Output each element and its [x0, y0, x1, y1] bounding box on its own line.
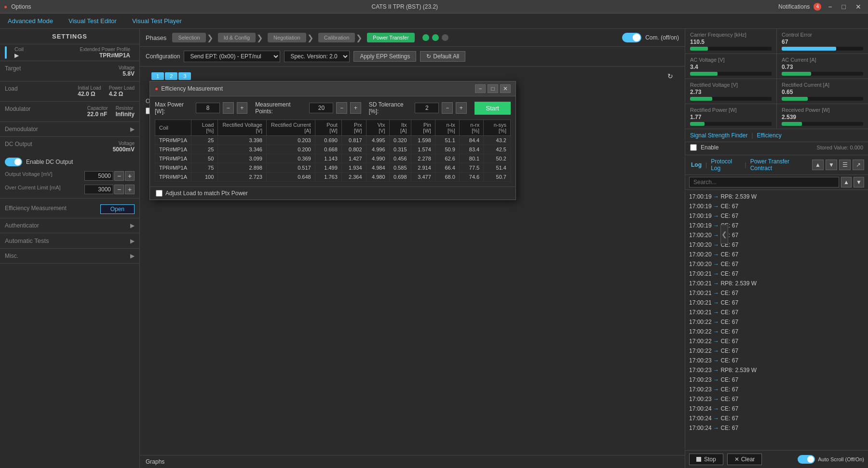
output-voltage-decrement[interactable]: − — [114, 171, 124, 181]
sd-tolerance-increment[interactable]: + — [456, 102, 467, 114]
max-power-increment[interactable]: + — [237, 102, 248, 114]
phase-calibration-button[interactable]: Calibration — [318, 33, 355, 42]
metric-progress-wrap — [690, 122, 772, 126]
log-tab-log[interactable]: Log — [689, 160, 704, 169]
phase-negotiation-button[interactable]: Negotiation — [268, 33, 306, 42]
log-list-button[interactable]: ☰ — [839, 160, 851, 170]
log-entry: 17:00:20 → CE: 67 — [689, 259, 864, 269]
phase-id-config-button[interactable]: Id & Config — [218, 33, 256, 42]
default-all-button[interactable]: ↻ Default All — [420, 51, 465, 62]
log-entry: 17:00:19 → RP8: 2.539 W — [689, 192, 864, 201]
metric-label: Rectified Current [A] — [782, 82, 863, 88]
max-power-input[interactable] — [196, 103, 220, 113]
phase-power-transfer-button[interactable]: Power Transfer — [367, 33, 415, 42]
sd-tolerance-decrement[interactable]: − — [442, 102, 453, 114]
dialog-close-button[interactable]: ✕ — [500, 84, 511, 93]
output-voltage-input[interactable] — [84, 171, 113, 181]
phase-tab-3[interactable]: 3 — [178, 72, 191, 80]
dialog-maximize-button[interactable]: □ — [488, 84, 498, 93]
minimize-button[interactable]: − — [825, 2, 835, 12]
output-voltage-increment[interactable]: + — [125, 171, 135, 181]
coil-indicator — [5, 46, 7, 59]
log-arrow: → — [713, 376, 719, 383]
close-button[interactable]: ✕ — [853, 2, 864, 12]
table-cell: 80.1 — [459, 154, 483, 163]
search-input[interactable] — [689, 177, 839, 187]
log-arrow: → — [713, 338, 719, 345]
enable-row: Enable Stored Value: 0.000 — [685, 142, 868, 155]
measure-points-increment[interactable]: + — [350, 102, 361, 114]
metric-label: Received Power [W] — [782, 107, 863, 113]
log-arrow: → — [713, 261, 719, 267]
table-cell: 0.200 — [266, 145, 315, 154]
dialog-minimize-button[interactable]: − — [475, 84, 486, 93]
log-export-button[interactable]: ↗ — [853, 160, 864, 170]
log-entry: 17:00:21 → CE: 67 — [689, 288, 864, 298]
over-current-increment[interactable]: + — [125, 185, 135, 194]
coil-value: ▶ — [14, 52, 19, 59]
auto-scroll-switch[interactable] — [798, 455, 815, 464]
table-cell: 0.802 — [341, 145, 366, 154]
log-entry: 17:00:20 → CE: 67 — [689, 240, 864, 250]
menu-visual-test-editor[interactable]: Visual Test Editor — [65, 15, 121, 27]
enable-dc-toggle[interactable] — [5, 158, 22, 166]
log-tabs: Log | Protocol Log | Power Transfer Cont… — [685, 155, 868, 175]
com-toggle-switch[interactable] — [622, 33, 641, 42]
demodulator-header[interactable]: Demodulator ▶ — [0, 122, 139, 136]
log-down-button[interactable]: ▼ — [826, 160, 837, 170]
phase-refresh-icon[interactable]: ↻ — [667, 72, 673, 80]
log-tab-power-transfer[interactable]: Power Transfer Contract — [748, 157, 810, 173]
adjust-load-checkbox[interactable] — [156, 190, 163, 197]
window-title: CATS II TPR (BST) (23.2) — [372, 3, 438, 10]
over-current-decrement[interactable]: − — [114, 185, 124, 194]
efficiency-tab-label[interactable]: Efficiency — [757, 132, 782, 139]
metric-value: 2.539 — [782, 114, 863, 120]
app-name[interactable]: Options — [11, 3, 31, 10]
misc-header[interactable]: Misc. ▶ — [0, 249, 139, 263]
log-content[interactable]: 17:00:19 → RP8: 2.539 W17:00:19 → CE: 67… — [685, 190, 868, 450]
sd-tolerance-input[interactable] — [415, 103, 439, 113]
log-entry: 17:00:23 → RP8: 2.539 W — [689, 365, 864, 375]
over-current-label: Over Current Limit [mA] — [5, 185, 61, 190]
log-tab-protocol[interactable]: Protocol Log — [709, 157, 743, 173]
efficiency-open-button[interactable]: Open — [100, 204, 135, 214]
apply-epp-button[interactable]: Apply EPP Settings — [353, 51, 416, 62]
search-down-button[interactable]: ▼ — [854, 177, 864, 187]
log-arrow: → — [713, 213, 719, 219]
menu-advanced-mode[interactable]: Advanced Mode — [4, 15, 57, 27]
notifications-label[interactable]: Notifications — [778, 3, 810, 10]
automatic-tests-header[interactable]: Automatic Tests ▶ — [0, 233, 139, 248]
automatic-tests-section: Automatic Tests ▶ — [0, 233, 139, 249]
log-entry: 17:00:21 → RP8: 2.539 W — [689, 279, 864, 288]
measure-points-decrement[interactable]: − — [336, 102, 347, 114]
search-up-button[interactable]: ▲ — [841, 177, 852, 187]
metric-number: 0.73 — [782, 64, 793, 70]
dc-output-section: DC Output Voltage 5000mV Enable DC Outpu… — [0, 137, 139, 199]
over-current-input[interactable] — [84, 185, 113, 194]
signal-strength-label[interactable]: Signal Strength Finder — [690, 132, 747, 139]
measure-points-input[interactable] — [309, 103, 333, 113]
spec-version-select[interactable]: Spec. Version: 2.0 — [284, 51, 350, 62]
dialog-controls: − □ ✕ — [475, 84, 511, 93]
send-ept-select[interactable]: Send EPT: (0x00) - EPT/nul — [184, 51, 280, 62]
log-footer: Stop ✕ Clear Auto Scroll (Off/On) — [685, 450, 868, 468]
max-power-decrement[interactable]: − — [223, 102, 234, 114]
enable-checkbox[interactable] — [690, 144, 697, 151]
phase-tab-2[interactable]: 2 — [165, 72, 177, 80]
log-arrow: → — [713, 357, 719, 364]
dialog-title-bar: ● Efficiency Measurement − □ ✕ — [150, 81, 515, 96]
log-entry: 17:00:21 → CE: 67 — [689, 308, 864, 317]
start-button[interactable]: Start — [475, 102, 511, 115]
phase-tab-1[interactable]: 1 — [151, 72, 164, 80]
metric-value: 0.73 — [782, 64, 863, 70]
menu-bar: Advanced Mode Visual Test Editor Visual … — [0, 13, 868, 29]
clear-button[interactable]: ✕ Clear — [727, 454, 762, 465]
log-up-button[interactable]: ▲ — [812, 160, 824, 170]
menu-visual-test-player[interactable]: Visual Test Player — [128, 15, 186, 27]
maximize-button[interactable]: □ — [839, 2, 849, 12]
authenticator-header[interactable]: Authenticator ▶ — [0, 218, 139, 233]
metric-value: 0.65 — [782, 89, 863, 95]
phase-selection-button[interactable]: Selection — [172, 33, 205, 42]
stop-button[interactable]: Stop — [689, 454, 723, 465]
middle-panel: Phases Selection ❯ Id & Config ❯ Negotia… — [140, 29, 685, 468]
